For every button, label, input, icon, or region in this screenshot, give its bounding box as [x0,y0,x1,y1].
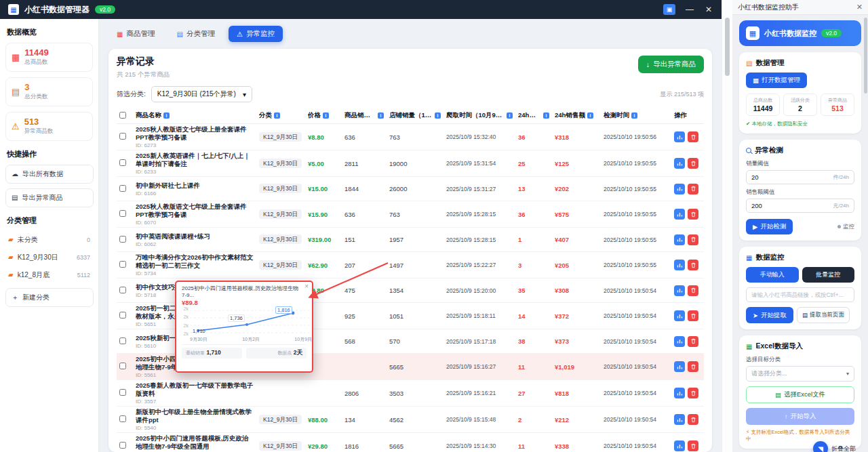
column-header[interactable]: 24h销售额 i [552,108,601,124]
product-link-input[interactable] [746,287,854,302]
table-row[interactable]: 初中英语阅读课课程+练习 ID: 6062 K12_9月30日 ¥319.00 … [117,228,704,252]
choose-excel-button[interactable]: ▤ 选择Excel文件 [746,386,854,403]
tab-batch-monitor[interactable]: 批量监控 [802,267,855,283]
select-all-checkbox[interactable] [119,112,126,119]
open-data-mgmt-button[interactable]: ▦ 打开数据管理 [746,73,807,88]
start-extract-button[interactable]: ➤ 开始提取 [746,307,793,323]
row-checkbox[interactable] [119,363,126,369]
view-chart-button[interactable] [674,234,685,245]
delete-button[interactable] [688,336,698,347]
row-checkbox[interactable] [119,159,126,166]
tab-category-mgmt[interactable]: ▤ 分类管理 [168,26,222,42]
info-icon[interactable]: i [435,112,441,119]
column-header[interactable]: 价格 i [305,108,342,124]
column-header[interactable]: 分类 i [256,108,305,124]
row-checkbox[interactable] [119,442,126,449]
row-checkbox[interactable] [119,236,126,243]
category-item-uncategorized[interactable]: ▰ 未分类 0 [0,231,98,249]
view-chart-button[interactable] [674,285,685,296]
table-row[interactable]: 2025初中小四门速用答题模板,历史政治地理生物7-9年级全国通用 ID: 54… [117,433,704,452]
delete-button[interactable] [688,131,698,142]
start-detect-button[interactable]: ▶ 开始检测 [746,219,793,234]
export-anomaly-products-button[interactable]: ↓ 导出异常商品 [638,56,704,73]
export-all-button[interactable]: ☁ 导出所有数据 [5,165,94,184]
view-chart-button[interactable] [674,158,685,169]
delete-button[interactable] [688,310,698,321]
table-row[interactable]: 新版初中七年级上册生物全册情境式教学课件ppt ID: 5540 K12_9月3… [117,407,704,433]
info-icon[interactable]: i [507,112,513,119]
info-icon[interactable]: i [274,112,280,119]
popup-close-icon[interactable]: × [304,283,309,290]
view-chart-button[interactable] [674,440,685,451]
info-icon[interactable]: i [378,112,384,119]
monitor-toggle[interactable]: 监控 [837,223,854,231]
column-header[interactable]: 商品名称 i [133,108,256,124]
delete-button[interactable] [688,388,698,398]
delete-button[interactable] [688,285,698,296]
table-row[interactable]: 2025秋人教版语文七年级上册全套课件PPT教学预习备课 ID: 6273 K1… [117,124,704,150]
extract-page-button[interactable]: ▤ 提取当前页面 [797,307,850,323]
table-row[interactable]: 万唯中考满分作文2026初中作文素材范文精选初一初二初三作文 ID: 5734 … [117,252,704,279]
assistant-close-icon[interactable]: ✕ [856,3,863,12]
table-row[interactable]: 2025春新人教版初一七年级下册数学电子版资料 ID: 3557 2806 35… [117,380,704,407]
column-header[interactable]: 店铺销量（10月9日） i [387,108,443,124]
column-header[interactable]: 商品销量（10月9日） i [342,108,387,124]
row-checkbox[interactable] [119,185,126,192]
delete-button[interactable] [688,184,698,194]
delete-button[interactable] [688,414,698,425]
collapse-widget[interactable]: ◥ 折叠全部 [813,441,856,452]
row-checkbox[interactable] [119,261,126,268]
table-row[interactable]: 2025秋人教版语文七年级上册全套课件PPT教学预习备课 ID: 6070 K1… [117,201,704,228]
main-scrollbar[interactable] [722,0,732,452]
category-filter-select[interactable]: K12_9月30日 (215个异常) ▾ [151,86,252,102]
sales-threshold-input[interactable] [751,173,833,181]
amount-threshold-input[interactable] [751,202,833,209]
row-checkbox[interactable] [119,337,126,344]
chat-bubble-icon[interactable]: ◥ [813,441,828,452]
column-header[interactable]: 操作 i [671,108,704,124]
table-row[interactable]: 初中新外研社七上课件 ID: 6166 K12_9月30日 ¥15.00 184… [117,177,704,201]
panel-toggle-icon[interactable]: ▣ [663,4,675,15]
view-chart-button[interactable] [674,131,685,142]
view-chart-button[interactable] [674,336,685,347]
delete-button[interactable] [688,260,698,270]
info-icon[interactable]: i [631,112,637,119]
panel-scrollbar-thumb[interactable] [864,18,867,94]
view-chart-button[interactable] [674,388,685,398]
row-checkbox[interactable] [119,210,126,217]
delete-button[interactable] [688,440,698,451]
info-icon[interactable]: i [587,112,593,119]
tab-product-mgmt[interactable]: ▦ 商品管理 [108,26,163,42]
tab-anomaly-monitor[interactable]: ⚠ 异常监控 [229,26,283,42]
column-header[interactable]: 爬取时间（10月9日） i [443,108,515,124]
category-item-k12-0930[interactable]: ▰ K12_9月30日 6337 [0,249,98,266]
delete-button[interactable] [688,158,698,169]
table-row[interactable]: 2025新人教英语课件｜七上/七下/八上｜单课时拍下请备注 ID: 6233 K… [117,150,704,177]
delete-button[interactable] [688,209,698,220]
target-category-select[interactable]: 请选择分类... ▾ [746,366,854,382]
close-icon[interactable]: ✕ [704,5,713,14]
row-checkbox[interactable] [119,312,126,319]
category-item-k12-aug[interactable]: ▰ k12_8月底 5112 [0,266,98,284]
minimize-icon[interactable]: — [685,5,694,14]
view-chart-button[interactable] [674,361,685,372]
tab-manual-input[interactable]: 手动输入 [746,267,799,283]
info-icon[interactable]: i [163,112,170,119]
start-import-button[interactable]: ↑ 开始导入 [746,408,854,425]
view-chart-button[interactable] [674,260,685,270]
row-checkbox[interactable] [119,389,126,396]
info-icon[interactable]: i [323,112,329,119]
column-header[interactable]: 24h销量 i [515,108,552,124]
info-icon[interactable]: i [543,112,549,119]
row-checkbox[interactable] [119,287,126,293]
scrollbar-thumb[interactable] [725,18,730,76]
row-checkbox[interactable] [119,415,126,422]
view-chart-button[interactable] [674,414,685,425]
delete-button[interactable] [688,361,698,372]
new-category-button[interactable]: ＋ 新建分类 [5,288,94,307]
export-anomaly-button[interactable]: ▤ 导出异常商品 [5,188,94,207]
view-chart-button[interactable] [674,209,685,220]
row-checkbox[interactable] [119,133,126,140]
view-chart-button[interactable] [674,184,685,194]
view-chart-button[interactable] [674,310,685,321]
